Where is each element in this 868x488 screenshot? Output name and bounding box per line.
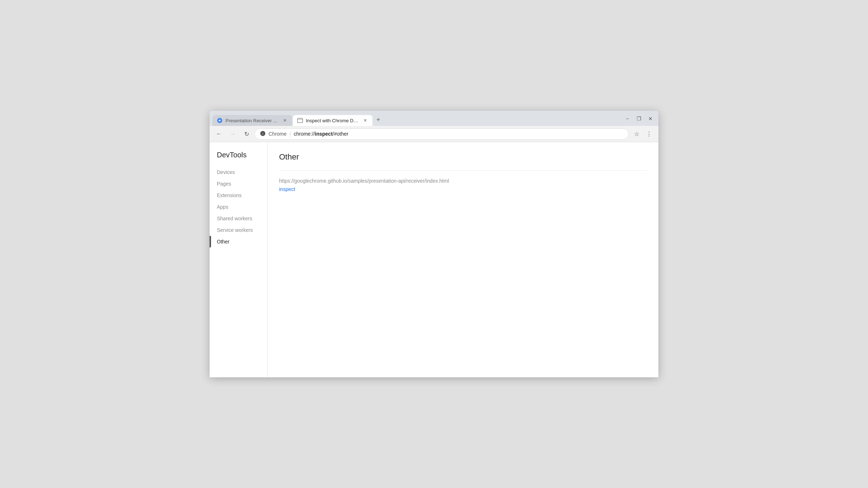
- reload-button[interactable]: ↻: [241, 128, 252, 140]
- sidebar-item-pages[interactable]: Pages: [210, 178, 267, 190]
- url-bold: inspect: [315, 131, 333, 137]
- address-bar[interactable]: i Chrome | chrome://inspect/#other: [254, 128, 629, 140]
- section-divider: [279, 170, 647, 171]
- sidebar: DevTools Devices Pages Extensions Apps S…: [210, 142, 267, 377]
- close-button[interactable]: ✕: [645, 114, 656, 124]
- address-url: chrome://inspect/#other: [294, 131, 623, 137]
- tab-favicon-1: [217, 118, 223, 123]
- back-button[interactable]: ←: [213, 128, 225, 140]
- security-icon: i: [260, 131, 266, 137]
- new-tab-button[interactable]: +: [373, 115, 383, 125]
- title-bar: Presentation Receiver A... ✕ Inspect wit…: [210, 111, 658, 126]
- browser-window: Presentation Receiver A... ✕ Inspect wit…: [210, 111, 658, 377]
- page-title: Other: [279, 152, 647, 162]
- bookmark-button[interactable]: ☆: [631, 128, 642, 140]
- tab-close-1[interactable]: ✕: [282, 118, 288, 123]
- tab-inspect-devtools[interactable]: Inspect with Chrome Dev... ✕: [293, 115, 372, 126]
- main-panel: Other https://googlechrome.github.io/sam…: [267, 142, 658, 377]
- url-suffix: /#other: [333, 131, 349, 137]
- sidebar-item-service-workers[interactable]: Service workers: [210, 224, 267, 236]
- tab-title-2: Inspect with Chrome Dev...: [306, 118, 359, 123]
- svg-rect-2: [298, 118, 303, 123]
- menu-button[interactable]: ⋮: [643, 128, 655, 140]
- sidebar-item-shared-workers[interactable]: Shared workers: [210, 213, 267, 224]
- minimize-button[interactable]: −: [622, 114, 632, 124]
- sidebar-item-extensions[interactable]: Extensions: [210, 190, 267, 201]
- tab-presentation-receiver[interactable]: Presentation Receiver A... ✕: [212, 115, 292, 126]
- chrome-origin-label: Chrome: [269, 131, 287, 137]
- sidebar-nav: Devices Pages Extensions Apps Shared wor…: [210, 166, 267, 247]
- tab-favicon-2: [297, 118, 303, 123]
- inspect-link[interactable]: inspect: [279, 186, 295, 192]
- nav-bar: ← → ↻ i Chrome | chrome://inspect/#other…: [210, 126, 658, 142]
- window-controls: − ❐ ✕: [622, 114, 656, 126]
- sidebar-item-other[interactable]: Other: [210, 236, 267, 247]
- url-separator: |: [290, 131, 291, 137]
- sidebar-item-apps[interactable]: Apps: [210, 201, 267, 213]
- inspect-item: https://googlechrome.github.io/samples/p…: [279, 178, 647, 192]
- tab-title-1: Presentation Receiver A...: [226, 118, 279, 123]
- url-prefix: chrome://: [294, 131, 315, 137]
- forward-button[interactable]: →: [227, 128, 239, 140]
- content-area: DevTools Devices Pages Extensions Apps S…: [210, 142, 658, 377]
- nav-right-controls: ☆ ⋮: [631, 128, 655, 140]
- sidebar-title: DevTools: [210, 151, 267, 166]
- tab-close-2[interactable]: ✕: [362, 118, 368, 123]
- svg-point-1: [219, 120, 220, 121]
- item-url: https://googlechrome.github.io/samples/p…: [279, 178, 647, 184]
- svg-text:i: i: [262, 132, 263, 136]
- sidebar-item-devices[interactable]: Devices: [210, 166, 267, 178]
- restore-button[interactable]: ❐: [634, 114, 644, 124]
